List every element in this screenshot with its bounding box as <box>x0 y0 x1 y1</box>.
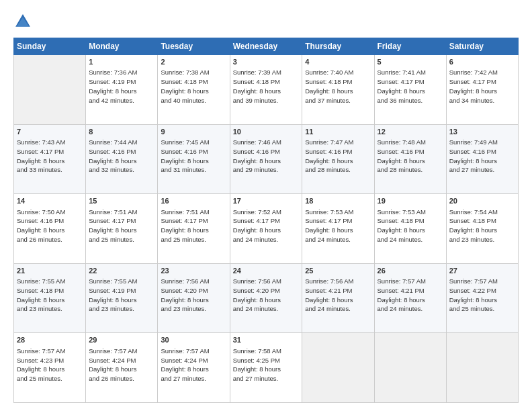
day-info: Sunrise: 7:52 AMSunset: 4:17 PMDaylight:… <box>233 208 300 244</box>
day-number: 24 <box>233 266 300 276</box>
day-info: Sunrise: 7:48 AMSunset: 4:16 PMDaylight:… <box>378 138 443 175</box>
day-cell: 23Sunrise: 7:56 AMSunset: 4:20 PMDayligh… <box>158 263 230 333</box>
day-number: 31 <box>233 335 300 345</box>
header-cell-friday: Friday <box>374 38 446 55</box>
day-info: Sunrise: 7:39 AMSunset: 4:18 PMDaylight:… <box>233 68 300 105</box>
day-info: Sunrise: 7:41 AMSunset: 4:17 PMDaylight:… <box>378 68 443 105</box>
day-cell: 3Sunrise: 7:39 AMSunset: 4:18 PMDaylight… <box>230 55 302 125</box>
calendar-header: SundayMondayTuesdayWednesdayThursdayFrid… <box>14 38 519 55</box>
day-number: 5 <box>378 57 443 67</box>
day-number: 10 <box>233 127 300 137</box>
week-row-4: 21Sunrise: 7:55 AMSunset: 4:18 PMDayligh… <box>14 263 519 333</box>
day-cell: 14Sunrise: 7:50 AMSunset: 4:16 PMDayligh… <box>14 194 86 264</box>
day-info: Sunrise: 7:56 AMSunset: 4:20 PMDaylight:… <box>161 277 226 314</box>
header-cell-wednesday: Wednesday <box>230 38 302 55</box>
header-cell-thursday: Thursday <box>302 38 374 55</box>
day-number: 17 <box>233 196 300 206</box>
day-cell: 17Sunrise: 7:52 AMSunset: 4:17 PMDayligh… <box>230 194 302 264</box>
day-info: Sunrise: 7:47 AMSunset: 4:16 PMDaylight:… <box>305 138 371 175</box>
day-cell <box>446 333 518 403</box>
calendar-table: SundayMondayTuesdayWednesdayThursdayFrid… <box>13 38 519 403</box>
day-number: 19 <box>378 196 443 206</box>
day-number: 12 <box>378 127 443 137</box>
day-number: 2 <box>161 57 226 67</box>
day-info: Sunrise: 7:38 AMSunset: 4:18 PMDaylight:… <box>161 68 226 105</box>
day-info: Sunrise: 7:54 AMSunset: 4:18 PMDaylight:… <box>449 208 515 244</box>
day-info: Sunrise: 7:55 AMSunset: 4:19 PMDaylight:… <box>89 277 154 314</box>
day-cell: 2Sunrise: 7:38 AMSunset: 4:18 PMDaylight… <box>158 55 230 125</box>
day-info: Sunrise: 7:44 AMSunset: 4:16 PMDaylight:… <box>89 138 154 175</box>
logo <box>13 12 35 31</box>
day-number: 16 <box>161 196 226 206</box>
day-number: 20 <box>449 196 515 206</box>
day-number: 13 <box>449 127 515 137</box>
day-cell: 1Sunrise: 7:36 AMSunset: 4:19 PMDaylight… <box>86 55 158 125</box>
day-info: Sunrise: 7:57 AMSunset: 4:22 PMDaylight:… <box>449 277 515 314</box>
day-number: 1 <box>89 57 154 67</box>
day-number: 22 <box>89 266 154 276</box>
week-row-2: 7Sunrise: 7:43 AMSunset: 4:17 PMDaylight… <box>14 124 519 194</box>
day-number: 18 <box>305 196 371 206</box>
day-cell: 22Sunrise: 7:55 AMSunset: 4:19 PMDayligh… <box>86 263 158 333</box>
day-info: Sunrise: 7:56 AMSunset: 4:21 PMDaylight:… <box>305 277 371 314</box>
day-cell: 9Sunrise: 7:45 AMSunset: 4:16 PMDaylight… <box>158 124 230 194</box>
day-cell: 28Sunrise: 7:57 AMSunset: 4:23 PMDayligh… <box>14 333 86 403</box>
day-info: Sunrise: 7:51 AMSunset: 4:17 PMDaylight:… <box>161 208 226 244</box>
day-info: Sunrise: 7:46 AMSunset: 4:16 PMDaylight:… <box>233 138 300 175</box>
day-number: 3 <box>233 57 300 67</box>
day-cell: 29Sunrise: 7:57 AMSunset: 4:24 PMDayligh… <box>86 333 158 403</box>
day-cell: 15Sunrise: 7:51 AMSunset: 4:17 PMDayligh… <box>86 194 158 264</box>
day-cell: 30Sunrise: 7:57 AMSunset: 4:24 PMDayligh… <box>158 333 230 403</box>
header-cell-sunday: Sunday <box>14 38 86 55</box>
day-cell: 16Sunrise: 7:51 AMSunset: 4:17 PMDayligh… <box>158 194 230 264</box>
day-cell: 13Sunrise: 7:49 AMSunset: 4:16 PMDayligh… <box>446 124 518 194</box>
day-number: 7 <box>17 127 83 137</box>
day-info: Sunrise: 7:51 AMSunset: 4:17 PMDaylight:… <box>89 208 154 244</box>
day-info: Sunrise: 7:40 AMSunset: 4:18 PMDaylight:… <box>305 68 371 105</box>
day-number: 15 <box>89 196 154 206</box>
day-info: Sunrise: 7:57 AMSunset: 4:24 PMDaylight:… <box>161 347 226 383</box>
day-number: 26 <box>378 266 443 276</box>
day-number: 28 <box>17 335 83 345</box>
day-cell: 18Sunrise: 7:53 AMSunset: 4:17 PMDayligh… <box>302 194 374 264</box>
day-info: Sunrise: 7:49 AMSunset: 4:16 PMDaylight:… <box>449 138 515 175</box>
day-cell: 25Sunrise: 7:56 AMSunset: 4:21 PMDayligh… <box>302 263 374 333</box>
day-cell: 20Sunrise: 7:54 AMSunset: 4:18 PMDayligh… <box>446 194 518 264</box>
day-cell: 10Sunrise: 7:46 AMSunset: 4:16 PMDayligh… <box>230 124 302 194</box>
day-number: 23 <box>161 266 226 276</box>
week-row-5: 28Sunrise: 7:57 AMSunset: 4:23 PMDayligh… <box>14 333 519 403</box>
day-cell <box>14 55 86 125</box>
day-number: 8 <box>89 127 154 137</box>
day-number: 25 <box>305 266 371 276</box>
page: SundayMondayTuesdayWednesdayThursdayFrid… <box>0 0 532 411</box>
day-cell: 27Sunrise: 7:57 AMSunset: 4:22 PMDayligh… <box>446 263 518 333</box>
day-number: 21 <box>17 266 83 276</box>
day-info: Sunrise: 7:55 AMSunset: 4:18 PMDaylight:… <box>17 277 83 314</box>
day-cell: 6Sunrise: 7:42 AMSunset: 4:17 PMDaylight… <box>446 55 518 125</box>
day-number: 29 <box>89 335 154 345</box>
day-info: Sunrise: 7:57 AMSunset: 4:21 PMDaylight:… <box>378 277 443 314</box>
day-number: 30 <box>161 335 226 345</box>
header-cell-monday: Monday <box>86 38 158 55</box>
day-info: Sunrise: 7:57 AMSunset: 4:24 PMDaylight:… <box>89 347 154 383</box>
day-number: 4 <box>305 57 371 67</box>
day-info: Sunrise: 7:53 AMSunset: 4:17 PMDaylight:… <box>305 208 371 244</box>
header-cell-tuesday: Tuesday <box>158 38 230 55</box>
day-cell: 7Sunrise: 7:43 AMSunset: 4:17 PMDaylight… <box>14 124 86 194</box>
day-cell <box>374 333 446 403</box>
day-cell: 4Sunrise: 7:40 AMSunset: 4:18 PMDaylight… <box>302 55 374 125</box>
day-info: Sunrise: 7:36 AMSunset: 4:19 PMDaylight:… <box>89 68 154 105</box>
day-cell: 11Sunrise: 7:47 AMSunset: 4:16 PMDayligh… <box>302 124 374 194</box>
day-cell: 8Sunrise: 7:44 AMSunset: 4:16 PMDaylight… <box>86 124 158 194</box>
day-info: Sunrise: 7:50 AMSunset: 4:16 PMDaylight:… <box>17 208 83 244</box>
day-cell: 24Sunrise: 7:56 AMSunset: 4:20 PMDayligh… <box>230 263 302 333</box>
day-number: 14 <box>17 196 83 206</box>
day-info: Sunrise: 7:57 AMSunset: 4:23 PMDaylight:… <box>17 347 83 383</box>
header-row: SundayMondayTuesdayWednesdayThursdayFrid… <box>14 38 519 55</box>
week-row-1: 1Sunrise: 7:36 AMSunset: 4:19 PMDaylight… <box>14 55 519 125</box>
calendar-body: 1Sunrise: 7:36 AMSunset: 4:19 PMDaylight… <box>14 55 519 403</box>
logo-icon <box>13 12 32 31</box>
header <box>13 12 519 31</box>
day-cell: 21Sunrise: 7:55 AMSunset: 4:18 PMDayligh… <box>14 263 86 333</box>
day-info: Sunrise: 7:43 AMSunset: 4:17 PMDaylight:… <box>17 138 83 175</box>
